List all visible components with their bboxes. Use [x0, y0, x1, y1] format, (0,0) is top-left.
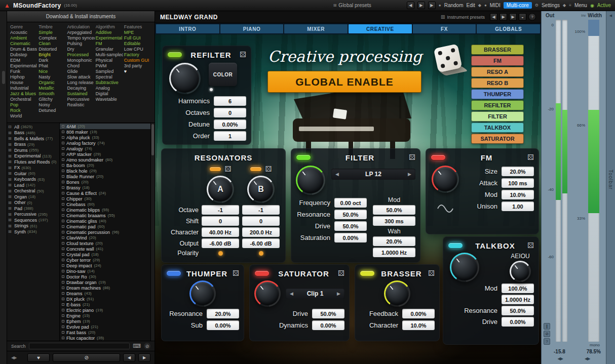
- filter-item[interactable]: Pop: [10, 102, 37, 108]
- filter-item[interactable]: Subtractive: [96, 80, 123, 86]
- module-chip-fm[interactable]: FM: [471, 56, 524, 66]
- expander-icon[interactable]: ⊞: [8, 218, 13, 222]
- play-button[interactable]: ▶: [428, 2, 436, 9]
- filter-item[interactable]: Orchestral: [10, 97, 37, 102]
- expander-icon[interactable]: ⊞: [8, 200, 13, 205]
- mod-dot[interactable]: [210, 88, 213, 91]
- mod-depth-field[interactable]: 50.0%: [373, 205, 415, 215]
- scrollbar-thumb[interactable]: [151, 124, 154, 155]
- search-input[interactable]: [29, 343, 130, 349]
- instrument-item[interactable]: Alpha pluck(33): [60, 135, 150, 140]
- filter-item[interactable]: Percussive: [67, 97, 94, 102]
- expander-icon[interactable]: ⊞: [8, 142, 13, 147]
- filter-item[interactable]: FM: [96, 41, 123, 47]
- resonator-b-enable-led[interactable]: [250, 167, 262, 172]
- filter-item[interactable]: Spectral: [96, 74, 123, 80]
- instrument-item[interactable]: Ephem(19): [60, 318, 150, 324]
- instrument-item[interactable]: ClaviWind(20): [60, 235, 150, 240]
- param-value-field[interactable]: 0: [214, 108, 246, 117]
- resonator-a-enable-led[interactable]: [209, 167, 221, 172]
- instrument-item[interactable]: Black hole(29): [60, 168, 150, 174]
- filter-item[interactable]: Acoustic: [10, 30, 37, 35]
- hresize-handle[interactable]: ◀▶: [558, 356, 563, 361]
- filter-item[interactable]: Dubstep: [10, 52, 37, 58]
- wah-depth-field[interactable]: 20.0%: [373, 236, 415, 246]
- preset-prev-button[interactable]: ◀: [490, 13, 497, 21]
- filter-item[interactable]: Custom GUI: [124, 58, 151, 63]
- instrument-item[interactable]: Brassy(18): [60, 185, 150, 190]
- filter-item[interactable]: Sustained: [67, 91, 94, 97]
- filter-item[interactable]: Factory: [124, 52, 151, 58]
- instrument-item[interactable]: Analog factory(74): [60, 140, 150, 146]
- hresize-handle[interactable]: ◀▶: [11, 355, 16, 360]
- ab-compare-button[interactable]: ◒: [519, 13, 526, 21]
- param-value-field[interactable]: 0.00 oct: [334, 198, 367, 208]
- module-chip-saturator[interactable]: SATURATOR: [471, 134, 524, 144]
- expander-icon[interactable]: ⊞: [8, 171, 13, 176]
- filter-enable-led[interactable]: [296, 154, 311, 160]
- expander-icon[interactable]: ⊞: [8, 166, 13, 170]
- next-icon[interactable]: ▶: [408, 172, 411, 177]
- refilter-enable-led[interactable]: [167, 52, 182, 58]
- tree-item[interactable]: ⊞Organ(18): [7, 194, 59, 200]
- edit-button[interactable]: Edit: [467, 3, 475, 8]
- param-value-field[interactable]: 1: [214, 131, 246, 141]
- instrument-item[interactable]: Atmo soundmaker(60): [60, 157, 150, 163]
- randomize-icon[interactable]: ⚄: [409, 153, 415, 162]
- favorite-button[interactable]: ♥: [27, 353, 50, 362]
- param-value-field[interactable]: 50.0%: [334, 210, 367, 219]
- talkbox-main-knob[interactable]: [450, 253, 479, 282]
- instrument-item[interactable]: ARP stacker(29): [60, 151, 150, 157]
- clear-search-icon[interactable]: ⊘: [144, 343, 150, 349]
- tree-item[interactable]: ⊞Flutes and Reeds(0): [7, 159, 59, 165]
- instrument-item[interactable]: Cinematic gliss(40): [60, 218, 150, 224]
- instrument-item[interactable]: Cinematic braaams(55): [60, 213, 150, 218]
- expander-icon[interactable]: ⊞: [8, 206, 13, 211]
- instrument-item[interactable]: Concrete wall(41): [60, 246, 150, 252]
- tab-mixer[interactable]: MIXER: [284, 24, 348, 33]
- filter-item[interactable]: House: [10, 80, 37, 86]
- tree-item[interactable]: ⊟All(3625): [7, 124, 59, 130]
- width-meter[interactable]: [588, 20, 599, 342]
- filter-item[interactable]: Physical: [96, 58, 123, 63]
- tab-fx[interactable]: FX: [413, 24, 476, 33]
- expander-icon[interactable]: ⊟: [8, 125, 13, 129]
- module-chip-reso-b[interactable]: RESO B: [471, 78, 524, 88]
- filter-item[interactable]: Processed: [67, 52, 94, 58]
- tree-item[interactable]: ⊞Sequences(197): [7, 217, 59, 223]
- filter-item[interactable]: Distorted: [39, 47, 66, 52]
- tab-creative[interactable]: CREATIVE: [349, 24, 412, 33]
- hresize-handle[interactable]: ◀▶: [585, 356, 590, 361]
- instrument-item[interactable]: Cyber terror(29): [60, 257, 150, 263]
- expander-icon[interactable]: ⊞: [8, 159, 13, 164]
- tree-item[interactable]: ⊞Other(0): [7, 200, 59, 206]
- filter-item[interactable]: Low CPU: [124, 47, 151, 52]
- tree-item[interactable]: ⊞Bells & Mallets(77): [7, 136, 59, 142]
- instrument-item[interactable]: Blade Runner(20): [60, 174, 150, 179]
- refilter-main-knob[interactable]: [169, 63, 201, 94]
- filter-item[interactable]: Smooth: [39, 91, 66, 97]
- active-toggle[interactable]: Active: [597, 3, 611, 8]
- filter-item[interactable]: Drum & Bass: [10, 47, 37, 52]
- instrument-item[interactable]: Dino-saw(14): [60, 268, 150, 274]
- instrument-item[interactable]: Ba-boom(20): [60, 163, 150, 168]
- filter-item[interactable]: Granular: [96, 47, 123, 52]
- fm-enable-led[interactable]: [431, 154, 446, 160]
- filter-item[interactable]: Glide: [67, 69, 94, 74]
- tree-item[interactable]: ⊞Brass(29): [7, 142, 59, 148]
- filter-item[interactable]: Tempo synced: [67, 35, 94, 41]
- prev-icon[interactable]: ◀: [290, 291, 293, 296]
- instrument-item[interactable]: Cinematic pad(60): [60, 224, 150, 229]
- filter-item[interactable]: MPE: [124, 30, 151, 35]
- play-button[interactable]: ▶: [509, 13, 517, 21]
- param-value-field[interactable]: 0.00%: [312, 320, 344, 330]
- instrument-item[interactable]: Dream machines(86): [60, 285, 150, 291]
- param-value-field[interactable]: 0.00%: [207, 320, 239, 330]
- expander-icon[interactable]: ⊞: [8, 183, 13, 187]
- prev-instrument-button[interactable]: ◀: [123, 353, 135, 362]
- resonator-b-knob[interactable]: B: [247, 176, 275, 203]
- randomize-icon[interactable]: ⚄: [527, 153, 534, 162]
- instrument-item[interactable]: Engine(15): [60, 313, 150, 318]
- randomize-icon[interactable]: ⚄: [224, 165, 231, 174]
- filter-item[interactable]: 3rd party: [124, 63, 151, 69]
